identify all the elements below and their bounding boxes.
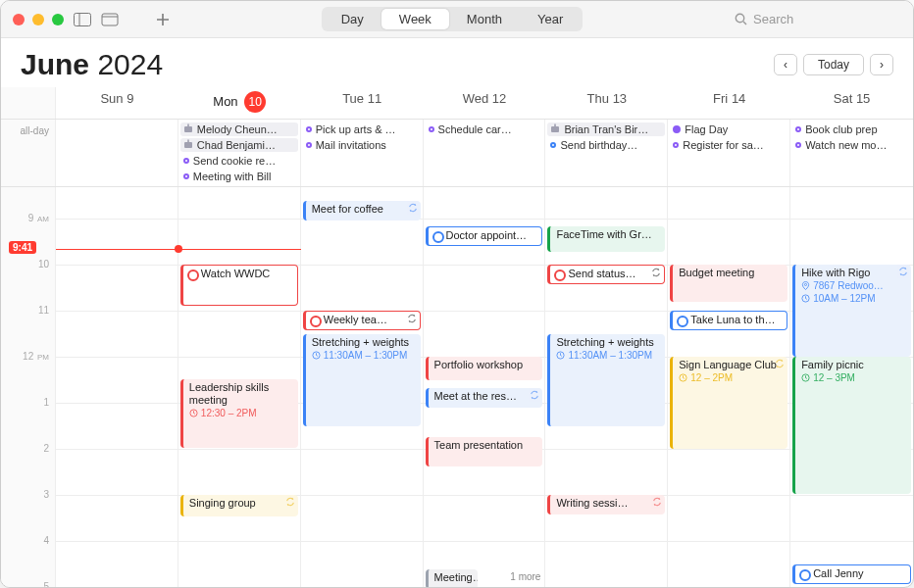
allday-col-4[interactable]: Brian Tran's Bir…Send birthday…	[545, 120, 668, 186]
view-month[interactable]: Month	[449, 9, 520, 29]
allday-event[interactable]: Book club prep	[792, 122, 911, 136]
calendar-window: Day Week Month Year Search June 2024 ‹ T…	[0, 0, 914, 588]
event[interactable]: Weekly tea…	[303, 311, 421, 330]
svg-rect-11	[187, 140, 189, 143]
svg-rect-0	[75, 13, 91, 25]
allday-col-2[interactable]: Pick up arts & …Mail invitations	[301, 120, 424, 186]
event[interactable]: Hike with Rigo 7867 Redwoo… 10AM – 12PM	[792, 265, 911, 357]
event[interactable]: Call Jenny	[792, 564, 911, 584]
repeat-icon	[408, 203, 418, 216]
day-column-sat[interactable]: Hike with Rigo 7867 Redwoo… 10AM – 12PMF…	[790, 187, 913, 588]
hour-label: 1	[1, 397, 55, 408]
event[interactable]: Singing group	[180, 495, 298, 516]
day-header-thu[interactable]: Thu 13	[545, 87, 668, 119]
repeat-icon	[651, 268, 661, 280]
event[interactable]: Writing sessi…	[547, 495, 665, 514]
day-header-wed[interactable]: Wed 12	[424, 87, 546, 119]
allday-event[interactable]: Melody Cheun…	[180, 122, 298, 136]
day-column-fri[interactable]: Budget meetingTake Luna to th…Sign Langu…	[668, 187, 790, 588]
zoom-icon[interactable]	[52, 14, 64, 25]
day-column-wed[interactable]: Doctor appoint…Portfolio workshopMeet at…	[424, 187, 546, 588]
event[interactable]: Watch WWDC	[180, 265, 298, 306]
day-header-sat[interactable]: Sat 15	[790, 87, 913, 119]
svg-rect-8	[184, 126, 192, 132]
calendars-icon[interactable]	[101, 13, 119, 26]
allday-event[interactable]: Schedule car…	[426, 122, 543, 136]
repeat-icon	[285, 497, 295, 510]
allday-event[interactable]: Chad Benjami…	[180, 138, 298, 152]
event[interactable]: Team presentation	[426, 437, 543, 466]
view-week[interactable]: Week	[381, 9, 449, 29]
allday-event[interactable]: Brian Tran's Bir…	[547, 122, 665, 136]
sidebar-toggle-icon[interactable]	[74, 13, 91, 26]
event[interactable]: Portfolio workshop	[426, 357, 543, 380]
svg-rect-10	[184, 142, 192, 148]
allday-col-5[interactable]: Flag DayRegister for sa…	[668, 120, 790, 186]
svg-rect-12	[551, 126, 559, 132]
day-column-mon[interactable]: Watch WWDCLeadership skills meeting 12:3…	[178, 187, 301, 588]
event[interactable]: Meeting…	[426, 569, 479, 588]
allday-event[interactable]: Send cookie re…	[180, 154, 298, 168]
title-bar: June 2024 ‹ Today ›	[1, 38, 913, 87]
event[interactable]: Stretching + weights 11:30AM – 1:30PM	[303, 334, 421, 426]
event[interactable]: Stretching + weights 11:30AM – 1:30PM	[547, 334, 665, 426]
hour-label: 2	[1, 443, 55, 454]
svg-point-6	[736, 14, 743, 22]
allday-event[interactable]: Register for sa…	[670, 138, 787, 152]
event[interactable]: Doctor appoint…	[426, 226, 543, 246]
allday-label: all-day	[1, 120, 56, 186]
allday-col-1[interactable]: Melody Cheun…Chad Benjami…Send cookie re…	[178, 120, 301, 186]
allday-col-6[interactable]: Book club prepWatch new mo…	[790, 120, 913, 186]
hour-label: 3	[1, 489, 55, 500]
event[interactable]: Budget meeting	[670, 265, 787, 302]
next-week-button[interactable]: ›	[870, 54, 893, 75]
day-header-mon[interactable]: Mon 10	[178, 87, 301, 119]
allday-event[interactable]: Watch new mo…	[792, 138, 911, 152]
search-field[interactable]: Search	[735, 12, 901, 26]
svg-rect-9	[187, 124, 189, 127]
week-grid[interactable]: 9:41 9 AM101112 PM123456 Watch WWDCLeade…	[1, 186, 913, 588]
dayhead-gutter	[1, 87, 56, 119]
day-column-sun[interactable]	[56, 187, 178, 588]
hour-label: 11	[1, 305, 55, 316]
event[interactable]: Meet at the res…	[426, 388, 543, 408]
day-column-thu[interactable]: FaceTime with Gr…Send status…Stretching …	[545, 187, 668, 588]
view-segmented-control[interactable]: Day Week Month Year	[322, 7, 584, 31]
view-year[interactable]: Year	[520, 9, 581, 29]
day-header-sun[interactable]: Sun 9	[56, 87, 178, 119]
allday-col-0[interactable]	[56, 120, 178, 186]
minimize-icon[interactable]	[32, 14, 44, 25]
day-column-tue[interactable]: Meet for coffeeWeekly tea…Stretching + w…	[301, 187, 424, 588]
event[interactable]: Take Luna to th…	[670, 311, 787, 330]
week-nav: ‹ Today ›	[774, 54, 893, 75]
svg-line-7	[743, 22, 746, 24]
hour-label: 10	[1, 259, 55, 270]
day-header-row: Sun 9Mon 10Tue 11Wed 12Thu 13Fri 14Sat 1…	[1, 87, 913, 120]
repeat-icon	[530, 390, 539, 403]
today-button[interactable]: Today	[803, 54, 864, 75]
day-header-fri[interactable]: Fri 14	[668, 87, 790, 119]
repeat-icon	[898, 267, 908, 279]
event[interactable]: Leadership skills meeting 12:30 – 2PM	[180, 379, 298, 448]
hour-label: 4	[1, 535, 55, 546]
allday-event[interactable]: Mail invitations	[303, 138, 421, 152]
day-header-tue[interactable]: Tue 11	[301, 87, 424, 119]
search-icon	[735, 13, 747, 25]
allday-event[interactable]: Meeting with Bill	[180, 170, 298, 183]
event[interactable]: Send status…	[547, 265, 665, 284]
prev-week-button[interactable]: ‹	[774, 54, 797, 75]
close-icon[interactable]	[13, 14, 25, 25]
event[interactable]: FaceTime with Gr…	[547, 226, 665, 252]
allday-event[interactable]: Pick up arts & …	[303, 122, 421, 136]
allday-event[interactable]: Send birthday…	[547, 138, 665, 152]
event[interactable]: Sign Language Club 12 – 2PM	[670, 357, 787, 449]
allday-event[interactable]: Flag Day	[670, 122, 787, 136]
allday-col-3[interactable]: Schedule car…	[424, 120, 546, 186]
more-events-indicator[interactable]: 1 more	[510, 571, 540, 582]
view-day[interactable]: Day	[324, 9, 381, 29]
add-event-icon[interactable]	[156, 13, 170, 26]
search-placeholder: Search	[753, 12, 793, 26]
month-year-title: June 2024	[21, 48, 163, 81]
event[interactable]: Family picnic 12 – 3PM	[792, 357, 911, 494]
event[interactable]: Meet for coffee	[303, 201, 421, 220]
